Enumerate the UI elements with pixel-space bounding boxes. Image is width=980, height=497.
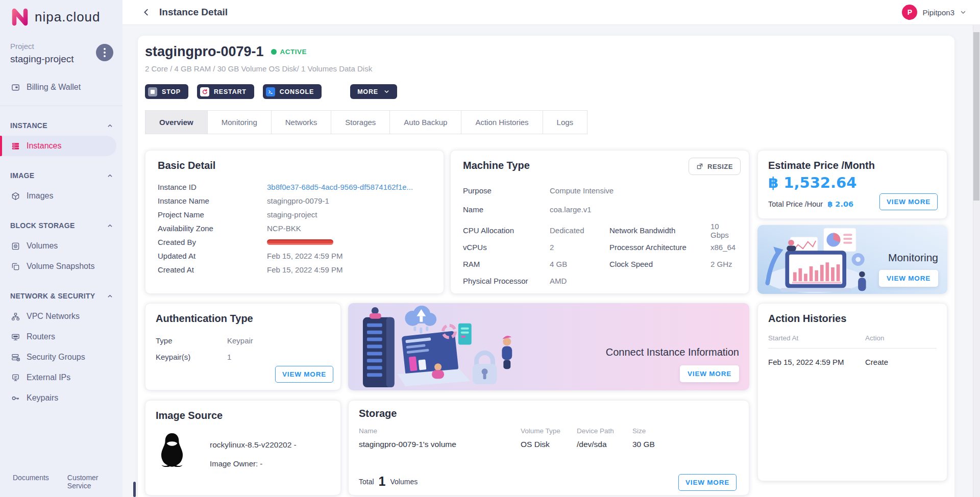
tab-overview[interactable]: Overview bbox=[145, 110, 208, 134]
image-owner: Image Owner: - bbox=[210, 459, 297, 468]
section-label: IMAGE bbox=[10, 171, 34, 180]
price-view-more-button[interactable]: VIEW MORE bbox=[879, 193, 938, 210]
sidebar-item-billing[interactable]: Billing & Wallet bbox=[0, 76, 122, 98]
svg-text:IP: IP bbox=[14, 375, 17, 378]
price-hour-amount: ฿ 2.06 bbox=[827, 200, 853, 208]
sidebar-item-keypairs[interactable]: Keypairs bbox=[0, 388, 122, 408]
section-header-instance[interactable]: INSTANCE bbox=[0, 119, 122, 132]
scrollbar-thumb[interactable] bbox=[973, 32, 979, 201]
restart-button[interactable]: RESTART bbox=[197, 84, 254, 99]
instance-detail-panel: stagingpro-0079-1 ACTIVE 2 Core / 4 GB R… bbox=[138, 36, 954, 497]
section-label: NETWORK & SECURITY bbox=[10, 292, 95, 300]
chevron-down-icon bbox=[960, 9, 967, 16]
external-ip-icon: IP bbox=[11, 374, 20, 382]
price-hour-label: Total Price /Hour bbox=[768, 200, 823, 208]
detail-row: Created By bbox=[158, 235, 433, 249]
storage-total: Total 1 Volumes bbox=[359, 474, 418, 489]
basic-detail-card: Basic Detail Instance ID 3b8f0e37-68d5-4… bbox=[145, 150, 444, 294]
customer-service-link[interactable]: Customer Service bbox=[67, 474, 122, 490]
chevron-left-icon bbox=[142, 8, 151, 17]
project-menu-button[interactable] bbox=[96, 44, 113, 61]
redacted-value bbox=[267, 239, 333, 245]
user-name: Pipitpon3 bbox=[922, 8, 954, 17]
detail-row: Type Keypair bbox=[156, 332, 330, 349]
machine-type-card: Machine Type RESIZE Purpose Compute Inte… bbox=[450, 150, 749, 294]
sidebar-item-external-ips[interactable]: IP External IPs bbox=[0, 367, 122, 388]
tab-bar: Overview Monitoring Networks Storages Au… bbox=[145, 110, 587, 134]
section-header-image[interactable]: IMAGE bbox=[0, 169, 122, 182]
sidebar-scrollbar-thumb[interactable] bbox=[133, 482, 136, 497]
card-title: Machine Type bbox=[463, 160, 530, 171]
sidebar-item-images[interactable]: Images bbox=[0, 186, 122, 206]
key-icon bbox=[11, 394, 20, 403]
connect-illustration bbox=[348, 303, 542, 390]
tab-logs[interactable]: Logs bbox=[543, 110, 588, 134]
divider bbox=[0, 106, 122, 106]
sidebar-item-security-groups[interactable]: Security Groups bbox=[0, 347, 122, 367]
auth-view-more-button[interactable]: VIEW MORE bbox=[275, 366, 333, 383]
connect-view-more-button[interactable]: VIEW MORE bbox=[680, 365, 739, 382]
tab-storages[interactable]: Storages bbox=[331, 110, 390, 134]
wallet-icon bbox=[11, 83, 20, 92]
storage-view-more-button[interactable]: VIEW MORE bbox=[678, 474, 737, 491]
chevron-up-icon bbox=[107, 172, 113, 179]
sidebar-item-label: External IPs bbox=[27, 373, 70, 382]
sidebar-section-block-storage: BLOCK STORAGE Volumes Vo bbox=[0, 219, 122, 277]
tab-auto-backup[interactable]: Auto Backup bbox=[389, 110, 461, 134]
instance-id-link[interactable]: 3b8f0e37-68d5-4acd-9569-df5874162f1e... bbox=[267, 183, 413, 191]
server-shield-icon bbox=[11, 353, 20, 362]
copy-icon bbox=[11, 262, 20, 271]
tab-monitoring[interactable]: Monitoring bbox=[207, 110, 272, 134]
card-title: Storage bbox=[359, 408, 397, 419]
machine-spec-grid: CPU Allocation Dedicated Network Bandwid… bbox=[463, 222, 739, 289]
section-header-network-security[interactable]: NETWORK & SECURITY bbox=[0, 290, 122, 302]
stop-icon bbox=[148, 87, 157, 96]
detail-row: Created At Feb 15, 2022 4:59 PM bbox=[158, 263, 433, 277]
sidebar-footer: Documents Customer Service bbox=[0, 474, 122, 497]
card-title: Authentication Type bbox=[156, 313, 253, 325]
sidebar-item-label: Keypairs bbox=[27, 393, 58, 403]
authentication-type-card: Authentication Type Type Keypair Keypair… bbox=[145, 303, 341, 390]
sidebar-item-label: Instances bbox=[27, 141, 61, 151]
user-menu[interactable]: P Pipitpon3 bbox=[902, 5, 967, 20]
tab-networks[interactable]: Networks bbox=[271, 110, 332, 134]
sidebar-item-volume-snapshots[interactable]: Volume Snapshots bbox=[0, 256, 122, 277]
sidebar-item-label: Volume Snapshots bbox=[27, 262, 94, 271]
card-title: Estimate Price /Month bbox=[768, 160, 875, 171]
sidebar-item-routers[interactable]: Routers bbox=[0, 327, 122, 347]
action-histories-table: Started At Action Feb 15, 2022 4:59 PM C… bbox=[768, 334, 937, 366]
resize-button[interactable]: RESIZE bbox=[689, 158, 741, 175]
server-stack-icon bbox=[11, 142, 20, 151]
sidebar-item-label: Volumes bbox=[27, 241, 58, 251]
console-button[interactable]: CONSOLE bbox=[263, 84, 322, 99]
resize-icon bbox=[696, 163, 703, 170]
stop-button[interactable]: STOP bbox=[145, 84, 188, 99]
status-text: ACTIVE bbox=[280, 48, 307, 56]
documents-link[interactable]: Documents bbox=[13, 474, 49, 490]
price-hour-row: Total Price /Hour ฿ 2.06 bbox=[768, 200, 853, 208]
detail-row: Availability Zone NCP-BKK bbox=[158, 221, 433, 235]
chevron-up-icon bbox=[107, 222, 113, 229]
terminal-icon bbox=[266, 87, 275, 96]
detail-row: Updated At Feb 15, 2022 4:59 PM bbox=[158, 249, 433, 263]
detail-row: Name coa.large.v1 bbox=[463, 200, 739, 219]
section-label: INSTANCE bbox=[10, 121, 47, 130]
sidebar-section-network-security: NETWORK & SECURITY VPC Networks bbox=[0, 290, 122, 408]
more-button[interactable]: MORE bbox=[350, 84, 397, 99]
chevron-up-icon bbox=[107, 293, 113, 300]
brand-logo[interactable]: nipa.cloud bbox=[0, 0, 122, 27]
sidebar-section-instance: INSTANCE Instances bbox=[0, 119, 122, 156]
chevron-up-icon bbox=[107, 122, 113, 129]
sidebar-item-volumes[interactable]: Volumes bbox=[0, 236, 122, 256]
sidebar-item-instances[interactable]: Instances bbox=[0, 136, 116, 156]
sidebar-section-image: IMAGE Images bbox=[0, 169, 122, 206]
sidebar-item-vpc-networks[interactable]: VPC Networks bbox=[0, 306, 122, 327]
scrollbar-track[interactable] bbox=[973, 25, 980, 497]
connect-instance-banner: Connect Instance Information VIEW MORE bbox=[348, 303, 749, 390]
tab-action-histories[interactable]: Action Histories bbox=[461, 110, 543, 134]
back-button[interactable] bbox=[142, 8, 151, 17]
detail-row: Keypair(s) 1 bbox=[156, 349, 330, 365]
section-header-block-storage[interactable]: BLOCK STORAGE bbox=[0, 219, 122, 232]
table-header: Started At Action bbox=[768, 334, 937, 349]
monitoring-view-more-button[interactable]: VIEW MORE bbox=[879, 270, 938, 287]
